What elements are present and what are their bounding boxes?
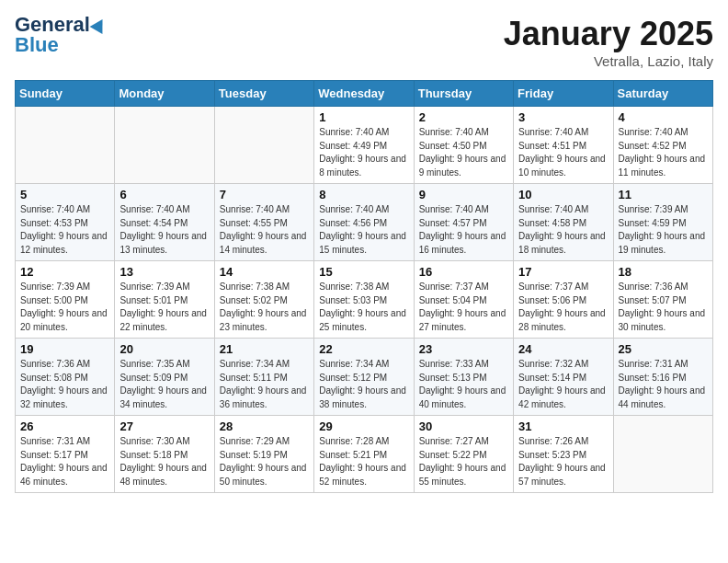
calendar-cell: 21Sunrise: 7:34 AMSunset: 5:11 PMDayligh… xyxy=(214,339,313,416)
logo: General Blue xyxy=(15,15,107,55)
day-info: Sunrise: 7:38 AMSunset: 5:02 PMDaylight:… xyxy=(220,281,309,334)
logo-text-blue: Blue xyxy=(15,35,59,55)
calendar-cell: 8Sunrise: 7:40 AMSunset: 4:56 PMDaylight… xyxy=(314,184,414,261)
day-info: Sunrise: 7:31 AMSunset: 5:17 PMDaylight:… xyxy=(20,435,109,488)
day-number: 12 xyxy=(20,265,109,279)
day-info: Sunrise: 7:40 AMSunset: 4:52 PMDaylight:… xyxy=(619,126,708,179)
day-number: 20 xyxy=(119,342,209,356)
calendar-week-row: 19Sunrise: 7:36 AMSunset: 5:08 PMDayligh… xyxy=(16,339,713,416)
day-number: 19 xyxy=(20,342,109,356)
day-info: Sunrise: 7:27 AMSunset: 5:22 PMDaylight:… xyxy=(419,435,508,488)
day-info: Sunrise: 7:34 AMSunset: 5:11 PMDaylight:… xyxy=(220,358,309,411)
calendar-cell: 3Sunrise: 7:40 AMSunset: 4:51 PMDaylight… xyxy=(514,107,613,184)
day-number: 22 xyxy=(319,342,408,356)
day-info: Sunrise: 7:40 AMSunset: 4:54 PMDaylight:… xyxy=(119,203,209,257)
day-info: Sunrise: 7:40 AMSunset: 4:58 PMDaylight:… xyxy=(518,203,608,257)
day-number: 26 xyxy=(20,419,109,433)
day-number: 16 xyxy=(419,265,508,279)
day-number: 21 xyxy=(220,342,309,356)
day-info: Sunrise: 7:40 AMSunset: 4:57 PMDaylight:… xyxy=(419,203,508,257)
column-header-wednesday: Wednesday xyxy=(314,81,414,107)
day-number: 1 xyxy=(319,110,408,124)
logo-triangle-icon xyxy=(90,16,109,34)
day-info: Sunrise: 7:32 AMSunset: 5:14 PMDaylight:… xyxy=(518,358,608,411)
day-number: 17 xyxy=(518,265,608,279)
calendar-week-row: 5Sunrise: 7:40 AMSunset: 4:53 PMDaylight… xyxy=(16,184,713,261)
column-header-sunday: Sunday xyxy=(16,81,115,107)
day-number: 11 xyxy=(619,188,708,201)
day-number: 24 xyxy=(518,342,608,356)
day-number: 10 xyxy=(518,188,608,201)
calendar-cell: 19Sunrise: 7:36 AMSunset: 5:08 PMDayligh… xyxy=(16,339,115,416)
day-number: 27 xyxy=(119,419,209,433)
day-info: Sunrise: 7:40 AMSunset: 4:51 PMDaylight:… xyxy=(518,126,608,179)
calendar-cell xyxy=(214,107,313,184)
calendar-cell: 7Sunrise: 7:40 AMSunset: 4:55 PMDaylight… xyxy=(214,184,313,261)
day-info: Sunrise: 7:36 AMSunset: 5:08 PMDaylight:… xyxy=(20,358,109,411)
day-info: Sunrise: 7:26 AMSunset: 5:23 PMDaylight:… xyxy=(518,435,608,488)
calendar-table: SundayMondayTuesdayWednesdayThursdayFrid… xyxy=(15,80,713,493)
day-info: Sunrise: 7:29 AMSunset: 5:19 PMDaylight:… xyxy=(220,435,309,488)
day-info: Sunrise: 7:36 AMSunset: 5:07 PMDaylight:… xyxy=(619,281,708,334)
calendar-cell: 28Sunrise: 7:29 AMSunset: 5:19 PMDayligh… xyxy=(214,416,313,493)
day-number: 3 xyxy=(518,110,608,124)
column-header-saturday: Saturday xyxy=(613,81,712,107)
calendar-cell: 30Sunrise: 7:27 AMSunset: 5:22 PMDayligh… xyxy=(414,416,513,493)
day-info: Sunrise: 7:39 AMSunset: 5:01 PMDaylight:… xyxy=(119,281,209,334)
calendar-cell: 14Sunrise: 7:38 AMSunset: 5:02 PMDayligh… xyxy=(214,261,313,339)
calendar-cell xyxy=(613,416,712,493)
calendar-cell: 15Sunrise: 7:38 AMSunset: 5:03 PMDayligh… xyxy=(314,261,414,339)
column-header-thursday: Thursday xyxy=(414,81,513,107)
day-info: Sunrise: 7:30 AMSunset: 5:18 PMDaylight:… xyxy=(119,435,209,488)
calendar-cell: 12Sunrise: 7:39 AMSunset: 5:00 PMDayligh… xyxy=(16,261,115,339)
day-number: 23 xyxy=(419,342,508,356)
day-info: Sunrise: 7:40 AMSunset: 4:49 PMDaylight:… xyxy=(319,126,408,179)
day-info: Sunrise: 7:35 AMSunset: 5:09 PMDaylight:… xyxy=(119,358,209,411)
day-info: Sunrise: 7:33 AMSunset: 5:13 PMDaylight:… xyxy=(419,358,508,411)
day-number: 7 xyxy=(220,188,309,201)
day-number: 18 xyxy=(619,265,708,279)
day-number: 9 xyxy=(419,188,508,201)
calendar-cell: 1Sunrise: 7:40 AMSunset: 4:49 PMDaylight… xyxy=(314,107,414,184)
calendar-cell: 4Sunrise: 7:40 AMSunset: 4:52 PMDaylight… xyxy=(613,107,712,184)
title-area: January 2025 Vetralla, Lazio, Italy xyxy=(504,15,713,69)
calendar-week-row: 12Sunrise: 7:39 AMSunset: 5:00 PMDayligh… xyxy=(16,261,713,339)
calendar-cell: 29Sunrise: 7:28 AMSunset: 5:21 PMDayligh… xyxy=(314,416,414,493)
day-info: Sunrise: 7:28 AMSunset: 5:21 PMDaylight:… xyxy=(319,435,408,488)
calendar-cell: 31Sunrise: 7:26 AMSunset: 5:23 PMDayligh… xyxy=(514,416,613,493)
calendar-cell: 6Sunrise: 7:40 AMSunset: 4:54 PMDaylight… xyxy=(115,184,214,261)
calendar-cell: 27Sunrise: 7:30 AMSunset: 5:18 PMDayligh… xyxy=(115,416,214,493)
column-header-monday: Monday xyxy=(115,81,214,107)
calendar-cell: 9Sunrise: 7:40 AMSunset: 4:57 PMDaylight… xyxy=(414,184,513,261)
column-header-tuesday: Tuesday xyxy=(214,81,313,107)
day-number: 2 xyxy=(419,110,508,124)
calendar-cell: 25Sunrise: 7:31 AMSunset: 5:16 PMDayligh… xyxy=(613,339,712,416)
day-info: Sunrise: 7:34 AMSunset: 5:12 PMDaylight:… xyxy=(319,358,408,411)
calendar-cell: 26Sunrise: 7:31 AMSunset: 5:17 PMDayligh… xyxy=(16,416,115,493)
calendar-week-row: 1Sunrise: 7:40 AMSunset: 4:49 PMDaylight… xyxy=(16,107,713,184)
day-info: Sunrise: 7:31 AMSunset: 5:16 PMDaylight:… xyxy=(619,358,708,411)
calendar-cell: 2Sunrise: 7:40 AMSunset: 4:50 PMDaylight… xyxy=(414,107,513,184)
calendar-cell: 23Sunrise: 7:33 AMSunset: 5:13 PMDayligh… xyxy=(414,339,513,416)
day-number: 31 xyxy=(518,419,608,433)
day-info: Sunrise: 7:40 AMSunset: 4:53 PMDaylight:… xyxy=(20,203,109,257)
calendar-cell: 22Sunrise: 7:34 AMSunset: 5:12 PMDayligh… xyxy=(314,339,414,416)
calendar-cell xyxy=(115,107,214,184)
day-info: Sunrise: 7:37 AMSunset: 5:04 PMDaylight:… xyxy=(419,281,508,334)
calendar-cell: 11Sunrise: 7:39 AMSunset: 4:59 PMDayligh… xyxy=(613,184,712,261)
calendar-cell xyxy=(16,107,115,184)
calendar-cell: 17Sunrise: 7:37 AMSunset: 5:06 PMDayligh… xyxy=(514,261,613,339)
calendar-cell: 18Sunrise: 7:36 AMSunset: 5:07 PMDayligh… xyxy=(613,261,712,339)
column-header-friday: Friday xyxy=(514,81,613,107)
calendar-week-row: 26Sunrise: 7:31 AMSunset: 5:17 PMDayligh… xyxy=(16,416,713,493)
day-info: Sunrise: 7:40 AMSunset: 4:50 PMDaylight:… xyxy=(419,126,508,179)
calendar-header-row: SundayMondayTuesdayWednesdayThursdayFrid… xyxy=(16,81,713,107)
calendar-cell: 16Sunrise: 7:37 AMSunset: 5:04 PMDayligh… xyxy=(414,261,513,339)
day-info: Sunrise: 7:40 AMSunset: 4:55 PMDaylight:… xyxy=(220,203,309,257)
day-number: 14 xyxy=(220,265,309,279)
day-number: 30 xyxy=(419,419,508,433)
day-number: 28 xyxy=(220,419,309,433)
day-info: Sunrise: 7:39 AMSunset: 5:00 PMDaylight:… xyxy=(20,281,109,334)
calendar-cell: 24Sunrise: 7:32 AMSunset: 5:14 PMDayligh… xyxy=(514,339,613,416)
calendar-cell: 5Sunrise: 7:40 AMSunset: 4:53 PMDaylight… xyxy=(16,184,115,261)
